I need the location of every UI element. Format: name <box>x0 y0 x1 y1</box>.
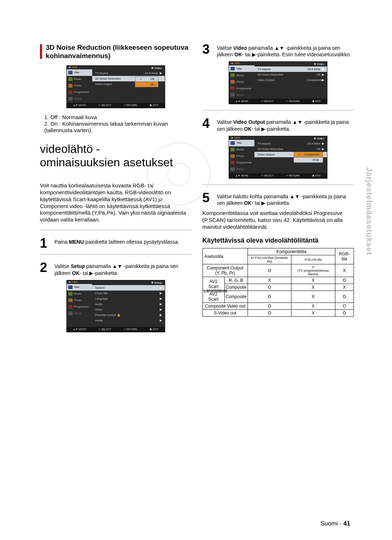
option-on[interactable]: On <box>135 82 158 87</box>
output-jack-table: Asetustila Komponenttitila RGB-tila Ei P… <box>203 248 354 317</box>
osd-setup-menu: 📼 HDD Title Music Photo Programme Setup … <box>66 280 165 332</box>
list-item: 2. On : Kohinanvaimennus takaa tarkemman… <box>44 121 192 134</box>
left-column: 3D Noise Reduction (liikkeeseen sopeutuv… <box>40 44 192 338</box>
sidebar-item-programme[interactable]: Programme <box>229 159 254 166</box>
option-component[interactable]: ✓Component <box>294 152 323 157</box>
osd-sidebar: 📼 HDD Title Music Photo Programme Setup <box>67 280 92 327</box>
osd-footer-hints: ▲▼ MOVE ⏎ SELECT ↩ RETURN ⏹ EXIT <box>67 103 165 108</box>
separator <box>40 230 192 230</box>
step-2: 2 Valitse Setup painamalla ▲▼ -painikkei… <box>40 262 192 276</box>
sidebar-item-music[interactable]: Music <box>229 72 254 78</box>
sidebar-item-title[interactable]: Title <box>229 65 254 72</box>
osd-footer-hints: ▲▼ MOVE ⏎ SELECT ↩ RETURN ⏹ EXIT <box>67 327 165 332</box>
main-heading: videolähtö - ominaisuuksien asetukset <box>40 142 192 169</box>
note-after-step-5: Komponenttitilassa voit asettaa videoläh… <box>203 210 354 230</box>
sidebar-item-music[interactable]: Music <box>67 76 92 82</box>
step-number: 2 <box>40 262 51 276</box>
music-icon <box>230 73 235 77</box>
sidebar-item-programme[interactable]: Programme <box>67 89 92 96</box>
right-column: 3 Valitse Video painamalla ▲▼ -painikkei… <box>203 44 354 338</box>
osd-item-video-output[interactable]: Video Output: Component▶ <box>254 77 327 83</box>
step-number: 1 <box>40 237 51 249</box>
photo-icon <box>68 84 73 88</box>
osd-footer-hints: ▲▼ MOVE ⏎ SELECT ↩ RETURN ⏹ EXIT <box>229 99 327 104</box>
sidebar-item-title[interactable]: Title <box>67 284 92 291</box>
photo-icon <box>230 80 235 84</box>
step-text: Paina MENU-painiketta laitteen ollessa p… <box>54 237 179 249</box>
step-text: Valitse Video painamalla ▲▼ -painikkeita… <box>217 44 354 58</box>
programme-icon <box>230 86 235 90</box>
osd-video-menu: 📼 HDD Title Music Photo Programme Setup … <box>229 61 327 104</box>
osd-item-install[interactable]: Install▶ <box>92 318 165 323</box>
osd-item-video[interactable]: Video▶ <box>92 307 165 312</box>
osd-hdd-indicator: 📼 HDD <box>67 280 92 284</box>
sidebar-item-photo[interactable]: Photo <box>67 82 92 89</box>
osd-item-clock[interactable]: Clock Set▶ <box>92 291 165 296</box>
table-row: AV1 Scart R, G, B X X O <box>203 277 354 284</box>
title-icon <box>68 71 73 74</box>
separator <box>203 110 354 110</box>
table-row: Asetustila Komponenttitila RGB-tila <box>203 248 354 255</box>
sidebar-item-photo[interactable]: Photo <box>67 297 92 304</box>
sidebar-item-title[interactable]: Title <box>229 140 254 146</box>
photo-icon <box>68 299 73 302</box>
setup-icon <box>68 97 73 101</box>
title-icon <box>230 67 235 70</box>
setup-icon <box>230 93 235 97</box>
table-row: Component Output (Y, Pb, Pr) O O (TV pro… <box>203 264 354 277</box>
programme-icon <box>68 305 73 309</box>
osd-item-tv-aspect[interactable]: TV Aspect: 16:9 Wide ▶ <box>254 141 327 146</box>
sidebar-item-music[interactable]: Music <box>229 146 254 153</box>
separator <box>203 184 354 185</box>
option-off[interactable]: ✓Off <box>135 76 158 82</box>
music-icon <box>68 77 73 81</box>
osd-breadcrumb: ❖ Setup <box>92 280 165 285</box>
step-number: 5 <box>203 192 213 206</box>
sidebar-item-setup[interactable]: Setup <box>67 96 92 102</box>
osd-item-system[interactable]: System▶ <box>92 285 165 291</box>
jacks-heading: Käytettävissä oleva videolähtöliitäntä <box>203 237 354 244</box>
side-tab-label: Järjestelmäasetukset <box>364 167 374 255</box>
osd-sidebar: 📼 HDD Title Music Photo Programme Setup <box>67 66 92 103</box>
sidebar-item-music[interactable]: Music <box>67 291 92 297</box>
sidebar-item-programme[interactable]: Programme <box>67 304 92 310</box>
option-rgb[interactable]: RGB <box>294 157 323 163</box>
step-1: 1 Paina MENU-painiketta laitteen ollessa… <box>40 237 192 249</box>
osd-item-parental[interactable]: Parental Control 🔒▶ <box>92 312 165 318</box>
page-number: Suomi - 41 <box>320 520 350 527</box>
sidebar-item-title[interactable]: Title <box>67 69 92 76</box>
sidebar-item-setup[interactable]: Setup <box>229 166 254 172</box>
programme-icon <box>230 161 235 165</box>
table-subheader-lahto: Lähtöliitäntä <box>204 288 228 293</box>
osd-item-tv-aspect[interactable]: TV Aspect: 16:9 Wide ▶ <box>92 70 165 76</box>
osd-hdd-indicator: 📼 HDD <box>229 136 254 140</box>
osd-item-audio[interactable]: Audio▶ <box>92 301 165 307</box>
noise-reduction-list: 1. Off : Normaali kuva 2. On : Kohinanva… <box>44 114 192 134</box>
osd-sidebar: 📼 HDD Title Music Photo Programme Setup <box>229 136 254 173</box>
sidebar-item-photo[interactable]: Photo <box>229 78 254 85</box>
osd-item-3d-noise[interactable]: 3D Noise Reduction: Off ▶ <box>254 146 327 152</box>
heading-text: 3D Noise Reduction (liikkeeseen sopeutuv… <box>46 44 192 60</box>
sidebar-item-photo[interactable]: Photo <box>229 153 254 159</box>
step-4: 4 Valitse Video Output painamalla ▲▼ -pa… <box>203 118 354 132</box>
title-icon <box>230 141 235 145</box>
step-text: Valitse Setup painamalla ▲▼ -painikkeita… <box>54 262 192 276</box>
osd-item-language[interactable]: Language▶ <box>92 296 165 301</box>
sidebar-item-setup[interactable]: Setup <box>229 92 254 98</box>
step-text: Valitse Video Output painamalla ▲▼ -pain… <box>217 118 354 132</box>
heading-bar <box>40 44 42 59</box>
osd-breadcrumb: ❖ Video <box>92 66 165 70</box>
lock-icon: 🔒 <box>117 313 121 317</box>
osd-item-3d-noise[interactable]: 3D Noise Reduction: Off ▶ <box>254 72 327 77</box>
step-5: 5 Valitse haluttu kohta painamalla ▲▼ -p… <box>203 192 354 206</box>
music-icon <box>230 148 235 151</box>
setup-icon <box>68 312 73 315</box>
setup-icon <box>230 167 235 171</box>
osd-footer-hints: ▲▼ MOVE ⏎ SELECT ↩ RETURN ⏹ EXIT <box>229 173 327 178</box>
sidebar-item-programme[interactable]: Programme <box>229 85 254 92</box>
table-row: S-Video out O X O <box>203 310 354 317</box>
osd-item-tv-aspect[interactable]: TV Aspect: 16:9 Wide ▶ <box>254 66 327 72</box>
step-number: 4 <box>203 118 213 132</box>
sidebar-item-setup[interactable]: Setup <box>67 310 92 317</box>
osd-noise-reduction: 📼 HDD Title Music Photo Programme Setup … <box>66 65 165 108</box>
